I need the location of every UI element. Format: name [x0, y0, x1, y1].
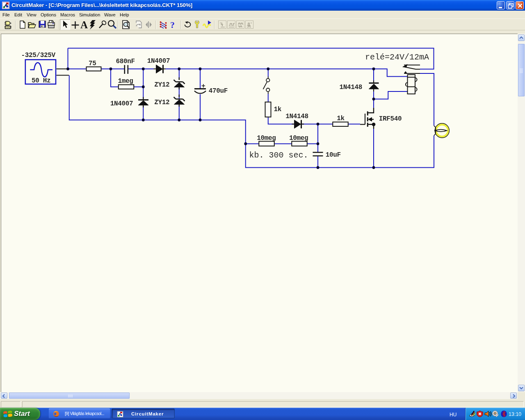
- svg-text:ZY12: ZY12: [154, 81, 169, 89]
- svg-text:1N4148: 1N4148: [340, 84, 363, 91]
- svg-text:10uF: 10uF: [326, 151, 341, 159]
- svg-text:ZY12: ZY12: [154, 99, 169, 106]
- svg-text:10meg: 10meg: [257, 135, 276, 142]
- svg-text:1meg: 1meg: [118, 78, 133, 85]
- svg-text:470uF: 470uF: [209, 87, 228, 95]
- svg-text:75: 75: [89, 60, 96, 67]
- svg-text:IRF540: IRF540: [379, 115, 402, 123]
- svg-text:680nF: 680nF: [116, 58, 135, 65]
- svg-text:A: A: [80, 19, 88, 30]
- svg-text:kb. 300 sec.: kb. 300 sec.: [249, 151, 308, 160]
- svg-text:1k: 1k: [337, 115, 345, 122]
- svg-text:-325/325V: -325/325V: [21, 52, 56, 59]
- svg-text:relé=24V/12mA: relé=24V/12mA: [365, 52, 429, 62]
- svg-text:10meg: 10meg: [289, 135, 308, 142]
- svg-text:50 Hz: 50 Hz: [32, 77, 50, 84]
- svg-text:1N4007: 1N4007: [147, 57, 170, 65]
- svg-text:1N4148: 1N4148: [285, 113, 308, 120]
- svg-text:?: ?: [170, 20, 175, 30]
- svg-text:1k: 1k: [274, 106, 282, 113]
- svg-text:1N4007: 1N4007: [110, 100, 133, 107]
